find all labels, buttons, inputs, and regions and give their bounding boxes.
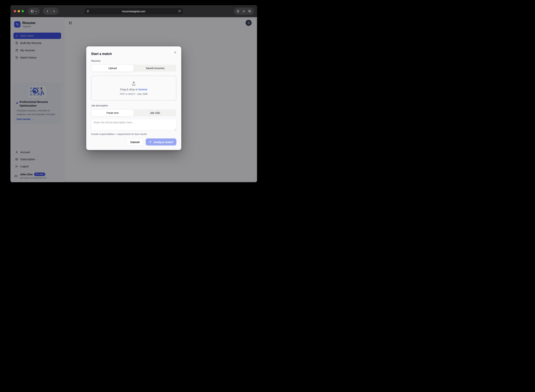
browser-toolbar: resumetargetai.com — [10, 5, 257, 17]
sparkle-icon — [149, 140, 152, 144]
analyze-match-button[interactable]: Analyze match — [146, 138, 177, 145]
address-bar[interactable]: resumetargetai.com — [84, 8, 183, 15]
minimize-window-button[interactable] — [18, 10, 20, 12]
reload-button[interactable] — [178, 10, 181, 13]
back-button[interactable] — [46, 10, 49, 13]
job-source-tabs: Paste text Job URL — [91, 109, 177, 117]
page-format-icon[interactable] — [87, 10, 89, 13]
start-match-modal: Start a match Resume Upload Saved resume… — [86, 47, 181, 150]
url-text: resumetargetai.com — [89, 10, 178, 13]
job-helper-text: Include responsibilities + requirements … — [91, 133, 177, 135]
share-button[interactable] — [237, 10, 240, 13]
file-dropzone[interactable]: Drag & drop or browse PDF or DOCX · Max … — [91, 76, 177, 101]
tab-upload[interactable]: Upload — [91, 65, 134, 72]
upload-icon — [131, 81, 136, 86]
cancel-button[interactable]: Cancel — [126, 138, 144, 145]
history-nav-group — [43, 8, 59, 15]
tab-paste-text[interactable]: Paste text — [91, 109, 134, 117]
close-modal-button[interactable] — [173, 50, 177, 55]
close-icon — [174, 51, 177, 54]
close-window-button[interactable] — [14, 10, 16, 12]
job-section-label: Job description — [91, 104, 177, 107]
zoom-window-button[interactable] — [22, 10, 24, 12]
chevron-down-icon — [35, 10, 37, 12]
browser-sidebar-toggle-button[interactable] — [28, 8, 40, 15]
traffic-lights — [14, 10, 24, 12]
sidebar-toggle-icon — [31, 10, 34, 13]
resume-section-label: Resume — [91, 59, 177, 62]
browser-window: resumetargetai.com — [10, 5, 257, 182]
resume-source-tabs: Upload Saved resumes — [91, 65, 177, 72]
forward-button[interactable] — [52, 10, 55, 13]
dropzone-text: Drag & drop or — [120, 88, 138, 91]
dropzone-hint: PDF or DOCX · Max 5MB — [120, 93, 148, 95]
tab-saved-resumes[interactable]: Saved resumes — [134, 65, 177, 72]
browser-actions-group — [234, 8, 254, 15]
modal-title: Start a match — [91, 51, 112, 56]
web-page: Resume TargetAI Start match — [10, 17, 257, 182]
job-description-input[interactable] — [91, 119, 177, 131]
tabs-overview-button[interactable] — [248, 10, 251, 13]
new-tab-button[interactable] — [242, 10, 245, 13]
browse-link[interactable]: browse — [139, 88, 147, 91]
tab-job-url[interactable]: Job URL — [134, 109, 177, 117]
